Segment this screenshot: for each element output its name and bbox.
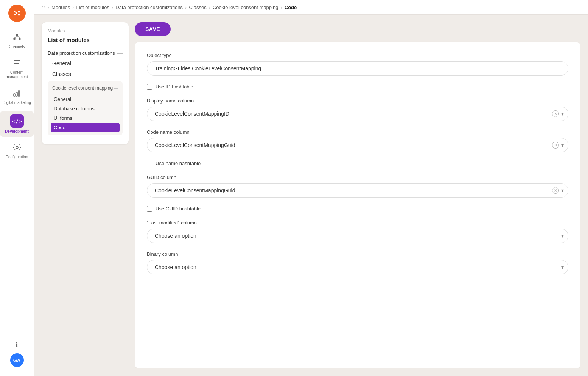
main-content: ⌂ › Modules › List of modules › Data pro… [34,0,588,376]
svg-line-6 [14,36,17,38]
sidebar-item-content[interactable]: Content management [0,55,34,82]
breadcrumb: ⌂ › Modules › List of modules › Data pro… [34,0,588,15]
display-name-select-wrapper: CookieLevelConsentMappingID ✕ ▾ [147,107,568,121]
svg-point-1 [18,11,20,13]
configuration-icon [12,143,22,153]
svg-point-5 [19,38,20,40]
breadcrumb-sep-4: › [209,5,210,10]
use-name-hashtable-row: Use name hashtable [147,161,568,166]
svg-rect-9 [14,62,20,62]
svg-text:</>: </> [12,118,22,124]
left-panel-card: Modules List of modules Data protection … [42,22,129,144]
info-icon[interactable]: ℹ [16,340,18,349]
binary-select-wrapper: Choose an option ▾ [147,260,568,274]
breadcrumb-data-protection[interactable]: Data protection customizations [115,5,183,10]
use-guid-hashtable-checkbox[interactable] [147,206,152,212]
sidebar-item-marketing-label: Digital marketing [3,101,31,105]
svg-line-7 [17,36,20,38]
nav-item-classes-label: Classes [52,71,71,77]
sidebar-item-development[interactable]: </> Development [0,111,34,137]
use-name-hashtable-checkbox[interactable] [147,161,152,166]
nav-section-data-protection-header[interactable]: Data protection customizations — [48,48,123,58]
development-icon: </> [10,114,24,128]
guid-select[interactable]: CookieLevelConsentMappingGuid [147,183,568,198]
code-name-select[interactable]: CookieLevelConsentMappingGuid [147,138,568,152]
code-name-label: Code name column [147,129,568,135]
breadcrumb-code: Code [285,5,297,10]
sidebar-item-development-label: Development [5,129,29,134]
app-logo[interactable] [8,5,26,22]
guid-select-wrapper: CookieLevelConsentMappingGuid ✕ ▾ [147,183,568,198]
breadcrumb-cookie-consent[interactable]: Cookie level consent mapping [213,5,278,10]
nav-section-data-protection-label: Data protection customizations [48,50,115,56]
guid-group: GUID column CookieLevelConsentMappingGui… [147,175,568,198]
svg-rect-11 [14,65,17,65]
sidebar-item-channels-label: Channels [9,45,25,49]
nav-sub-item-code[interactable]: Code [51,123,120,132]
last-modified-select-wrapper: Choose an option ▾ [147,229,568,243]
sidebar-nav: Channels Content management [0,29,34,340]
breadcrumb-sep-5: › [280,5,282,10]
svg-rect-12 [14,94,15,96]
content-layout: Modules List of modules Data protection … [34,15,588,376]
use-id-hashtable-row: Use ID hashtable [147,84,568,90]
nav-subsection-collapse-icon: — [114,86,118,91]
breadcrumb-list-of-modules[interactable]: List of modules [76,5,109,10]
nav-sub-item-ui-forms[interactable]: UI forms [51,113,120,123]
code-name-group: Code name column CookieLevelConsentMappi… [147,129,568,152]
nav-item-general[interactable]: General [48,58,123,69]
nav-subsection-cookie-label: Cookie level consent mapping [52,85,113,91]
object-type-input[interactable] [147,61,568,76]
marketing-icon [12,88,22,99]
use-guid-hashtable-row: Use GUID hashtable [147,206,568,212]
breadcrumb-modules[interactable]: Modules [51,5,70,10]
nav-section-collapse-icon: — [117,50,123,56]
sidebar-item-configuration[interactable]: Configuration [0,140,34,162]
use-id-hashtable-label[interactable]: Use ID hashtable [156,84,193,90]
modules-section-label: Modules [48,28,65,34]
avatar-initials: GA [13,357,21,363]
avatar[interactable]: GA [10,353,24,367]
breadcrumb-classes[interactable]: Classes [189,5,206,10]
nav-subsection-cookie-header[interactable]: Cookie level consent mapping — [51,84,120,94]
sidebar-item-marketing[interactable]: Digital marketing [0,85,34,108]
nav-item-general-label: General [52,60,71,67]
list-of-modules-title: List of modules [48,37,123,43]
breadcrumb-home[interactable]: ⌂ [42,4,45,11]
nav-sub-item-code-label: Code [54,125,65,130]
action-bar: SAVE [135,22,580,36]
use-id-hashtable-checkbox[interactable] [147,84,152,90]
sidebar: Channels Content management [0,0,34,376]
breadcrumb-sep-0: › [48,5,49,10]
nav-sub-item-db-columns[interactable]: Database columns [51,104,120,113]
nav-section-data-protection: Data protection customizations — General… [48,48,123,135]
use-name-hashtable-label[interactable]: Use name hashtable [156,161,201,166]
nav-subsection-cookie-consent: Cookie level consent mapping — General D… [48,81,123,135]
sidebar-item-channels[interactable]: Channels [0,29,34,52]
svg-rect-14 [18,91,20,96]
sidebar-item-configuration-label: Configuration [6,155,28,159]
last-modified-group: "Last modified" column Choose an option … [147,220,568,243]
svg-point-17 [16,146,18,149]
nav-sub-item-general[interactable]: General [51,94,120,104]
binary-select[interactable]: Choose an option [147,260,568,274]
binary-group: Binary column Choose an option ▾ [147,251,568,274]
display-name-label: Display name column [147,98,568,104]
form-card: Object type Use ID hashtable Display nam… [135,42,580,368]
left-panel: Modules List of modules Data protection … [42,22,129,368]
use-guid-hashtable-label[interactable]: Use GUID hashtable [156,206,201,212]
last-modified-select[interactable]: Choose an option [147,229,568,243]
right-panel: SAVE Object type Use ID hashtable Displa… [135,22,580,368]
breadcrumb-sep-3: › [185,5,187,10]
save-button[interactable]: SAVE [135,22,171,36]
display-name-select[interactable]: CookieLevelConsentMappingID [147,107,568,121]
header-line [68,31,123,31]
nav-item-classes[interactable]: Classes [48,69,123,79]
last-modified-label: "Last modified" column [147,220,568,226]
nav-sub-item-general-label: General [54,96,71,102]
breadcrumb-sep-1: › [72,5,74,10]
nav-sub-item-ui-forms-label: UI forms [54,115,72,121]
svg-rect-10 [14,63,19,64]
svg-point-4 [14,38,15,40]
content-icon [12,58,22,69]
